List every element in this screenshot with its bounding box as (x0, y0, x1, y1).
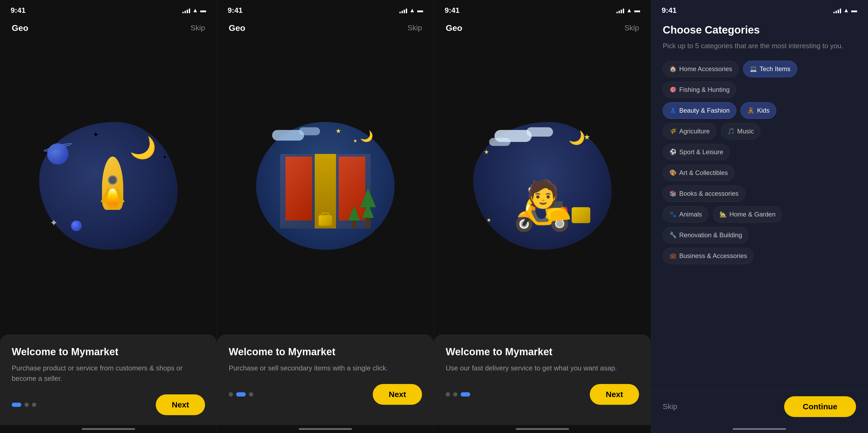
door-gap (315, 154, 336, 228)
cat-label-agriculture: Agriculture (679, 128, 710, 135)
battery-icon-3: ▬ (634, 7, 640, 14)
status-time-1: 9:41 (11, 6, 26, 14)
cat-label-tech-items: Tech Items (760, 65, 790, 73)
card-title-3: Welcome to Mymarket (446, 346, 639, 358)
home-garden-icon: 🏡 (719, 211, 726, 218)
cat-row-9: 🔧 Renovation & Building (663, 227, 856, 243)
space-blob: 🌙 ✦ ✦ ✦ (39, 122, 178, 250)
next-button-3[interactable]: Next (590, 384, 639, 405)
dot-3-3 (461, 392, 470, 397)
skip-button-2[interactable]: Skip (408, 24, 422, 32)
signal-icon-1 (182, 7, 190, 13)
illustration-area-1: 🌙 ✦ ✦ ✦ (0, 37, 217, 335)
star-door-2: ★ (353, 138, 357, 144)
scooter-blob: 🌙 ★ ★ ★ 🛵 🧑 (473, 122, 612, 250)
status-time-3: 9:41 (445, 6, 460, 14)
brand-name-1: Geo (12, 23, 28, 33)
status-bar-1: 9:41 ▲ ▬ (0, 0, 217, 19)
cat-chip-home-garden[interactable]: 🏡 Home & Garden (713, 206, 782, 223)
cat-label-animals: Animals (679, 211, 702, 218)
cat-row-7: 📚 Books & accessories (663, 185, 856, 202)
card-text-2: Purchase or sell secondary items with a … (229, 363, 422, 373)
battery-icon-2: ▬ (417, 7, 423, 14)
dot-2-3 (249, 392, 253, 397)
cat-chip-art[interactable]: 🎨 Art & Collectibles (663, 164, 735, 181)
moon-scooter: 🌙 (568, 130, 585, 145)
status-icons-4: ▲ ▬ (833, 7, 857, 14)
cat-chip-kids[interactable]: 🧸 Kids (741, 102, 776, 119)
status-bar-2: 9:41 ▲ ▬ (217, 0, 434, 19)
cat-chip-agriculture[interactable]: 🌾 Agriculture (663, 123, 716, 140)
dot-1-1 (12, 403, 21, 407)
categories-content: Choose Categories Pick up to 5 categorie… (651, 19, 868, 391)
phone-header-1: Geo Skip (0, 19, 217, 37)
kids-icon: 🧸 (747, 107, 754, 114)
home-indicator-3 (434, 425, 651, 433)
star-s3: ★ (487, 217, 491, 223)
cat-label-music: Music (737, 128, 754, 135)
card-title-2: Welcome to Mymarket (229, 346, 422, 358)
home-bar-1 (82, 428, 135, 430)
star-icon-2: ✦ (162, 154, 167, 160)
next-button-1[interactable]: Next (156, 394, 205, 415)
home-accessories-icon: 🏠 (670, 65, 677, 72)
status-icons-2: ▲ ▬ (399, 7, 423, 14)
rocket-window (108, 175, 117, 185)
cat-label-home-garden: Home & Garden (729, 211, 775, 218)
cat-chip-home-accessories[interactable]: 🏠 Home Accessories (663, 61, 739, 77)
star-icon-3: ✦ (50, 217, 58, 228)
cat-chip-beauty[interactable]: 👗 Beauty & Fashion (663, 102, 736, 119)
screen-1: 9:41 ▲ ▬ Geo Skip 🌙 ✦ ✦ (0, 0, 217, 433)
music-icon: 🎵 (727, 128, 735, 135)
star-s1: ★ (584, 133, 590, 142)
cat-label-books: Books & accessories (679, 190, 739, 197)
bottom-card-3: Welcome to Mymarket Use our fast deliver… (434, 335, 651, 425)
home-indicator-4 (651, 425, 868, 433)
cat-chip-sport[interactable]: ⚽ Sport & Leisure (663, 144, 730, 160)
home-indicator-1 (0, 425, 217, 433)
skip-button-3[interactable]: Skip (625, 24, 639, 32)
status-time-4: 9:41 (662, 6, 677, 14)
page-dots-1 (12, 403, 36, 407)
tree-1 (360, 189, 376, 228)
page-dots-3 (446, 392, 470, 397)
cat-chip-fishing[interactable]: 🎯 Fishing & Hunting (663, 82, 736, 98)
skip-button-1[interactable]: Skip (191, 24, 205, 32)
art-icon: 🎨 (670, 169, 677, 176)
cat-chip-animals[interactable]: 🐾 Animals (663, 206, 709, 223)
small-sphere (71, 220, 82, 231)
home-bar-3 (516, 428, 569, 430)
business-icon: 💼 (670, 252, 677, 259)
cat-row-1: 🏠 Home Accessories 💻 Tech Items (663, 61, 856, 77)
cat-label-kids: Kids (757, 107, 770, 114)
wifi-icon-4: ▲ (843, 7, 849, 14)
cat-chip-renovation[interactable]: 🔧 Renovation & Building (663, 227, 749, 243)
signal-icon-2 (399, 7, 407, 13)
illustration-area-3: 🌙 ★ ★ ★ 🛵 🧑 (434, 37, 651, 335)
page-dots-2 (229, 392, 253, 397)
next-button-2[interactable]: Next (373, 384, 422, 405)
continue-button[interactable]: Continue (784, 396, 856, 417)
beauty-icon: 👗 (670, 107, 677, 114)
cat-chip-music[interactable]: 🎵 Music (721, 123, 761, 140)
space-scene: 🌙 ✦ ✦ ✦ (39, 122, 178, 250)
wifi-icon-3: ▲ (626, 7, 632, 14)
brand-name-3: Geo (446, 23, 462, 33)
card-footer-3: Next (446, 384, 639, 405)
door-scene: 🌙 ★ ★ (256, 122, 395, 250)
cat-label-home-accessories: Home Accessories (679, 65, 732, 73)
cat-chip-tech-items[interactable]: 💻 Tech Items (743, 61, 797, 77)
cat-chip-business[interactable]: 💼 Business & Accessories (663, 248, 754, 264)
card-title-1: Welcome to Mymarket (12, 346, 205, 358)
package (572, 207, 590, 223)
tech-items-icon: 💻 (750, 65, 757, 72)
cat-label-art: Art & Collectibles (679, 169, 728, 177)
screen-2: 9:41 ▲ ▬ Geo Skip 🌙 ★ ★ (217, 0, 434, 433)
skip-button-4[interactable]: Skip (663, 402, 677, 411)
signal-icon-4 (833, 7, 841, 13)
bottom-card-2: Welcome to Mymarket Purchase or sell sec… (217, 335, 434, 425)
cat-chip-books[interactable]: 📚 Books & accessories (663, 185, 745, 202)
dot-2-1 (229, 392, 233, 397)
categories-subtitle: Pick up to 5 categories that are the mos… (663, 41, 856, 51)
animals-icon: 🐾 (670, 211, 677, 218)
